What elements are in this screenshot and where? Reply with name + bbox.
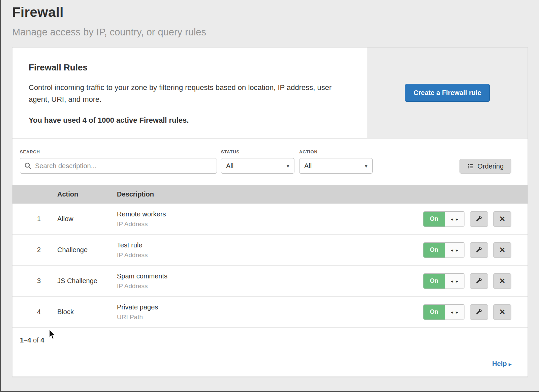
rule-description-cell: Remote workers IP Address xyxy=(117,210,423,228)
page-subtitle: Manage access by IP, country, or query r… xyxy=(12,27,539,38)
card-top-section: Firewall Rules Control incoming traffic … xyxy=(12,48,528,139)
toggle-arrows-icon: ◂ ▸ xyxy=(445,305,465,320)
rule-name: Test rule xyxy=(117,241,423,249)
rules-heading: Firewall Rules xyxy=(29,62,351,73)
pagination-total: 4 xyxy=(40,336,44,344)
toggle-arrows-icon: ◂ ▸ xyxy=(445,212,465,227)
status-select[interactable]: All ▾ xyxy=(221,158,294,174)
toggle-on-label: On xyxy=(423,305,445,320)
rules-summary: Firewall Rules Control incoming traffic … xyxy=(12,48,367,138)
delete-rule-button[interactable]: ✕ xyxy=(493,211,511,227)
help-link[interactable]: Help ▸ xyxy=(492,360,511,367)
rule-type: IP Address xyxy=(117,282,423,290)
rule-type: IP Address xyxy=(117,220,423,228)
rule-priority: 4 xyxy=(37,308,57,316)
table-row: 3 JS Challenge Spam comments IP Address … xyxy=(12,266,528,297)
toggle-arrows-icon: ◂ ▸ xyxy=(445,243,465,258)
chevron-down-icon: ▾ xyxy=(364,162,368,170)
help-label: Help xyxy=(492,360,507,367)
search-label: SEARCH xyxy=(20,149,217,154)
toggle-arrows-icon: ◂ ▸ xyxy=(445,274,465,289)
table-row: 2 Challenge Test rule IP Address On ◂ ▸ … xyxy=(12,235,528,266)
chevron-down-icon: ▾ xyxy=(286,162,289,170)
rule-priority: 1 xyxy=(37,215,57,223)
pagination: 1–4 of 4 xyxy=(12,328,528,353)
close-icon: ✕ xyxy=(499,308,505,316)
close-icon: ✕ xyxy=(499,246,505,254)
rule-enable-toggle[interactable]: On ◂ ▸ xyxy=(423,304,465,320)
close-icon: ✕ xyxy=(499,215,505,223)
rule-action: Challenge xyxy=(57,246,117,254)
pagination-range: 1–4 xyxy=(20,336,31,344)
column-action: Action xyxy=(57,190,117,198)
action-label: ACTION xyxy=(299,149,373,154)
action-select[interactable]: All ▾ xyxy=(299,158,373,174)
search-filter-group: SEARCH xyxy=(20,149,217,174)
edit-rule-button[interactable] xyxy=(470,242,488,258)
rule-controls: On ◂ ▸ ✕ xyxy=(423,304,528,320)
rule-controls: On ◂ ▸ ✕ xyxy=(423,273,528,289)
edit-rule-button[interactable] xyxy=(470,211,488,227)
rule-name: Private pages xyxy=(117,303,423,311)
page-title: Firewall xyxy=(12,5,539,20)
table-row: 4 Block Private pages URI Path On ◂ ▸ ✕ xyxy=(12,297,528,328)
action-select-value: All xyxy=(304,162,312,170)
status-label: STATUS xyxy=(221,149,294,154)
toggle-on-label: On xyxy=(423,212,445,227)
help-arrow-icon: ▸ xyxy=(509,361,511,367)
rule-description-cell: Test rule IP Address xyxy=(117,241,423,259)
column-description: Description xyxy=(117,190,528,198)
rule-action: Allow xyxy=(57,215,117,223)
rule-controls: On ◂ ▸ ✕ xyxy=(423,242,528,258)
table-header: Action Description xyxy=(12,185,528,204)
toggle-on-label: On xyxy=(423,274,445,289)
page-header: Firewall Manage access by IP, country, o… xyxy=(1,0,539,38)
help-row: Help ▸ xyxy=(12,353,528,376)
action-filter-group: ACTION All ▾ xyxy=(299,149,373,174)
wrench-icon xyxy=(476,277,483,284)
delete-rule-button[interactable]: ✕ xyxy=(493,242,511,258)
rules-usage-count: You have used 4 of 1000 active Firewall … xyxy=(29,116,351,125)
delete-rule-button[interactable]: ✕ xyxy=(493,304,511,320)
delete-rule-button[interactable]: ✕ xyxy=(493,273,511,289)
rule-priority: 2 xyxy=(37,246,57,254)
search-wrap xyxy=(20,158,217,174)
rule-action: JS Challenge xyxy=(57,277,117,285)
wrench-icon xyxy=(476,215,483,222)
rule-type: IP Address xyxy=(117,251,423,259)
search-icon xyxy=(24,162,32,170)
wrench-icon xyxy=(476,308,483,315)
rule-controls: On ◂ ▸ ✕ xyxy=(423,211,528,227)
status-filter-group: STATUS All ▾ xyxy=(221,149,294,174)
ordering-button[interactable]: Ordering xyxy=(459,159,511,174)
firewall-rules-card: Firewall Rules Control incoming traffic … xyxy=(12,47,528,377)
wrench-icon xyxy=(476,246,483,253)
rule-description-cell: Private pages URI Path xyxy=(117,303,423,321)
table-row: 1 Allow Remote workers IP Address On ◂ ▸… xyxy=(12,204,528,235)
rule-action: Block xyxy=(57,308,117,316)
pagination-of: of xyxy=(33,336,39,344)
rule-name: Remote workers xyxy=(117,210,423,218)
close-icon: ✕ xyxy=(499,277,505,285)
filter-bar: SEARCH STATUS All ▾ ACTION All ▾ xyxy=(12,139,528,185)
create-firewall-rule-button[interactable]: Create a Firewall rule xyxy=(405,84,489,102)
rule-description-cell: Spam comments IP Address xyxy=(117,272,423,290)
edit-rule-button[interactable] xyxy=(470,273,488,289)
rule-priority: 3 xyxy=(37,277,57,285)
ordering-label: Ordering xyxy=(477,162,504,170)
rule-enable-toggle[interactable]: On ◂ ▸ xyxy=(423,273,465,289)
rule-enable-toggle[interactable]: On ◂ ▸ xyxy=(423,211,465,227)
rule-name: Spam comments xyxy=(117,272,423,280)
search-input[interactable] xyxy=(20,158,217,174)
edit-rule-button[interactable] xyxy=(470,304,488,320)
create-rule-panel: Create a Firewall rule xyxy=(367,48,528,138)
rule-enable-toggle[interactable]: On ◂ ▸ xyxy=(423,242,465,258)
toggle-on-label: On xyxy=(423,243,445,258)
ordering-list-icon xyxy=(467,163,474,170)
status-select-value: All xyxy=(226,162,233,170)
rule-type: URI Path xyxy=(117,313,423,321)
rules-description: Control incoming traffic to your zone by… xyxy=(29,82,349,105)
